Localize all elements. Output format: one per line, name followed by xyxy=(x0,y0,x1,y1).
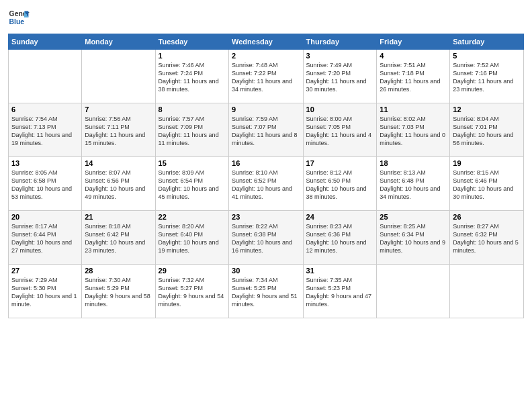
col-header-friday: Friday xyxy=(377,34,450,50)
col-header-monday: Monday xyxy=(82,34,155,50)
col-header-wednesday: Wednesday xyxy=(229,34,303,50)
calendar-cell: 5Sunrise: 7:52 AM Sunset: 7:16 PM Daylig… xyxy=(450,50,524,103)
day-number: 18 xyxy=(380,159,447,167)
day-number: 10 xyxy=(306,105,374,113)
calendar-week-row: 1Sunrise: 7:46 AM Sunset: 7:24 PM Daylig… xyxy=(9,50,524,103)
day-number: 8 xyxy=(159,105,226,113)
calendar-cell: 22Sunrise: 8:20 AM Sunset: 6:40 PM Dayli… xyxy=(155,211,228,265)
calendar-cell: 21Sunrise: 8:18 AM Sunset: 6:42 PM Dayli… xyxy=(82,211,155,265)
calendar-cell: 18Sunrise: 8:13 AM Sunset: 6:48 PM Dayli… xyxy=(377,157,450,211)
day-number: 17 xyxy=(306,159,374,167)
calendar-cell: 12Sunrise: 8:04 AM Sunset: 7:01 PM Dayli… xyxy=(450,103,524,157)
day-info: Sunrise: 7:32 AM Sunset: 5:27 PM Dayligh… xyxy=(159,276,226,309)
day-number: 24 xyxy=(306,213,374,221)
day-info: Sunrise: 8:20 AM Sunset: 6:40 PM Dayligh… xyxy=(159,222,226,255)
day-number: 15 xyxy=(159,159,226,167)
day-info: Sunrise: 8:04 AM Sunset: 7:01 PM Dayligh… xyxy=(453,115,521,148)
day-info: Sunrise: 7:49 AM Sunset: 7:20 PM Dayligh… xyxy=(306,61,374,94)
day-info: Sunrise: 8:10 AM Sunset: 6:52 PM Dayligh… xyxy=(232,169,300,201)
calendar-cell: 23Sunrise: 8:22 AM Sunset: 6:38 PM Dayli… xyxy=(229,211,303,265)
day-info: Sunrise: 8:12 AM Sunset: 6:50 PM Dayligh… xyxy=(306,169,374,201)
calendar-cell: 11Sunrise: 8:02 AM Sunset: 7:03 PM Dayli… xyxy=(377,103,450,157)
col-header-saturday: Saturday xyxy=(450,34,524,50)
logo: General Blue xyxy=(8,7,30,28)
calendar-week-row: 27Sunrise: 7:29 AM Sunset: 5:30 PM Dayli… xyxy=(9,265,524,318)
calendar-cell: 14Sunrise: 8:07 AM Sunset: 6:56 PM Dayli… xyxy=(82,157,155,211)
calendar-cell: 20Sunrise: 8:17 AM Sunset: 6:44 PM Dayli… xyxy=(9,211,82,265)
day-info: Sunrise: 7:34 AM Sunset: 5:25 PM Dayligh… xyxy=(232,276,300,309)
calendar-week-row: 13Sunrise: 8:05 AM Sunset: 6:58 PM Dayli… xyxy=(9,157,524,211)
calendar-cell: 13Sunrise: 8:05 AM Sunset: 6:58 PM Dayli… xyxy=(9,157,82,211)
calendar-cell xyxy=(377,265,450,318)
day-number: 7 xyxy=(85,105,152,113)
calendar-cell: 29Sunrise: 7:32 AM Sunset: 5:27 PM Dayli… xyxy=(155,265,228,318)
day-number: 9 xyxy=(232,105,300,113)
col-header-sunday: Sunday xyxy=(9,34,82,50)
calendar-cell: 8Sunrise: 7:57 AM Sunset: 7:09 PM Daylig… xyxy=(155,103,228,157)
header: General Blue xyxy=(8,7,524,28)
day-number: 5 xyxy=(453,52,521,60)
calendar-cell: 10Sunrise: 8:00 AM Sunset: 7:05 PM Dayli… xyxy=(303,103,377,157)
day-info: Sunrise: 7:56 AM Sunset: 7:11 PM Dayligh… xyxy=(85,115,152,148)
day-number: 16 xyxy=(232,159,300,167)
day-number: 6 xyxy=(11,105,79,113)
calendar-cell xyxy=(9,50,82,103)
day-number: 3 xyxy=(306,52,374,60)
calendar-cell: 17Sunrise: 8:12 AM Sunset: 6:50 PM Dayli… xyxy=(303,157,377,211)
calendar-cell: 1Sunrise: 7:46 AM Sunset: 7:24 PM Daylig… xyxy=(155,50,228,103)
day-number: 1 xyxy=(159,52,226,60)
day-info: Sunrise: 7:46 AM Sunset: 7:24 PM Dayligh… xyxy=(159,61,226,94)
calendar-cell: 16Sunrise: 8:10 AM Sunset: 6:52 PM Dayli… xyxy=(229,157,303,211)
day-info: Sunrise: 8:23 AM Sunset: 6:36 PM Dayligh… xyxy=(306,222,374,255)
day-info: Sunrise: 8:22 AM Sunset: 6:38 PM Dayligh… xyxy=(232,222,300,255)
calendar-cell: 24Sunrise: 8:23 AM Sunset: 6:36 PM Dayli… xyxy=(303,211,377,265)
day-number: 28 xyxy=(85,267,152,275)
day-number: 19 xyxy=(453,159,521,167)
day-info: Sunrise: 8:02 AM Sunset: 7:03 PM Dayligh… xyxy=(380,115,447,148)
calendar-cell: 4Sunrise: 7:51 AM Sunset: 7:18 PM Daylig… xyxy=(377,50,450,103)
day-number: 30 xyxy=(232,267,300,275)
day-number: 20 xyxy=(11,213,79,221)
day-info: Sunrise: 8:27 AM Sunset: 6:32 PM Dayligh… xyxy=(453,222,521,255)
calendar-week-row: 6Sunrise: 7:54 AM Sunset: 7:13 PM Daylig… xyxy=(9,103,524,157)
day-info: Sunrise: 8:17 AM Sunset: 6:44 PM Dayligh… xyxy=(11,222,79,255)
day-info: Sunrise: 7:52 AM Sunset: 7:16 PM Dayligh… xyxy=(453,61,521,94)
day-number: 12 xyxy=(453,105,521,113)
col-header-tuesday: Tuesday xyxy=(155,34,228,50)
day-info: Sunrise: 7:54 AM Sunset: 7:13 PM Dayligh… xyxy=(11,115,79,148)
day-info: Sunrise: 8:18 AM Sunset: 6:42 PM Dayligh… xyxy=(85,222,152,255)
calendar-cell xyxy=(450,265,524,318)
day-info: Sunrise: 7:59 AM Sunset: 7:07 PM Dayligh… xyxy=(232,115,300,148)
calendar-header-row: SundayMondayTuesdayWednesdayThursdayFrid… xyxy=(9,34,524,50)
day-number: 4 xyxy=(380,52,447,60)
calendar-cell: 15Sunrise: 8:09 AM Sunset: 6:54 PM Dayli… xyxy=(155,157,228,211)
calendar-cell: 3Sunrise: 7:49 AM Sunset: 7:20 PM Daylig… xyxy=(303,50,377,103)
day-number: 23 xyxy=(232,213,300,221)
page-container: General Blue SundayMondayTuesdayWednesda… xyxy=(0,0,532,324)
calendar-cell: 9Sunrise: 7:59 AM Sunset: 7:07 PM Daylig… xyxy=(229,103,303,157)
day-info: Sunrise: 8:05 AM Sunset: 6:58 PM Dayligh… xyxy=(11,169,79,201)
day-number: 14 xyxy=(85,159,152,167)
day-number: 22 xyxy=(159,213,226,221)
day-number: 31 xyxy=(306,267,374,275)
day-number: 2 xyxy=(232,52,300,60)
day-info: Sunrise: 8:25 AM Sunset: 6:34 PM Dayligh… xyxy=(380,222,447,255)
day-info: Sunrise: 8:09 AM Sunset: 6:54 PM Dayligh… xyxy=(159,169,226,201)
col-header-thursday: Thursday xyxy=(303,34,377,50)
calendar-cell: 30Sunrise: 7:34 AM Sunset: 5:25 PM Dayli… xyxy=(229,265,303,318)
calendar-cell: 28Sunrise: 7:30 AM Sunset: 5:29 PM Dayli… xyxy=(82,265,155,318)
day-number: 25 xyxy=(380,213,447,221)
calendar-cell: 19Sunrise: 8:15 AM Sunset: 6:46 PM Dayli… xyxy=(450,157,524,211)
day-info: Sunrise: 7:57 AM Sunset: 7:09 PM Dayligh… xyxy=(159,115,226,148)
day-info: Sunrise: 8:13 AM Sunset: 6:48 PM Dayligh… xyxy=(380,169,447,201)
calendar-cell: 26Sunrise: 8:27 AM Sunset: 6:32 PM Dayli… xyxy=(450,211,524,265)
day-info: Sunrise: 8:15 AM Sunset: 6:46 PM Dayligh… xyxy=(453,169,521,201)
calendar-cell: 31Sunrise: 7:35 AM Sunset: 5:23 PM Dayli… xyxy=(303,265,377,318)
calendar-cell: 27Sunrise: 7:29 AM Sunset: 5:30 PM Dayli… xyxy=(9,265,82,318)
day-info: Sunrise: 8:07 AM Sunset: 6:56 PM Dayligh… xyxy=(85,169,152,201)
calendar-cell: 6Sunrise: 7:54 AM Sunset: 7:13 PM Daylig… xyxy=(9,103,82,157)
day-number: 11 xyxy=(380,105,447,113)
calendar-table: SundayMondayTuesdayWednesdayThursdayFrid… xyxy=(8,34,524,318)
calendar-cell: 7Sunrise: 7:56 AM Sunset: 7:11 PM Daylig… xyxy=(82,103,155,157)
day-info: Sunrise: 7:48 AM Sunset: 7:22 PM Dayligh… xyxy=(232,61,300,94)
